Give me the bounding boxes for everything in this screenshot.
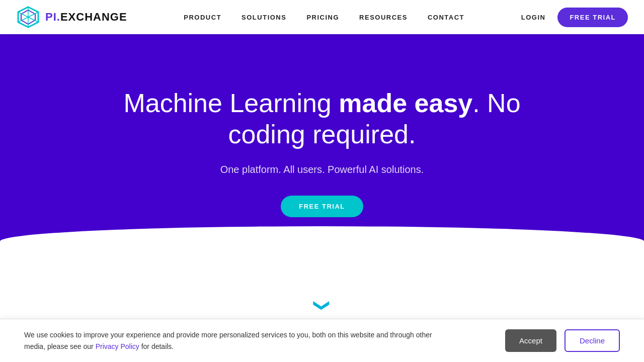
nav-links: PRODUCT SOLUTIONS PRICING RESOURCES CONT… (184, 14, 464, 21)
logo-icon (16, 5, 40, 29)
hero-subtitle: One platform. All users. Powerful AI sol… (220, 164, 424, 175)
navbar: PI.EXCHANGE PRODUCT SOLUTIONS PRICING RE… (0, 0, 644, 34)
logo-text: PI.EXCHANGE (45, 11, 127, 24)
nav-product[interactable]: PRODUCT (184, 14, 221, 21)
cookie-banner: We use cookies to improve your experienc… (0, 319, 644, 325)
login-link[interactable]: LOGIN (521, 14, 546, 21)
hero-title: Machine Learning made easy. No coding re… (96, 87, 548, 150)
nav-resources[interactable]: RESOURCES (359, 14, 408, 21)
free-trial-nav-button[interactable]: FREE TRIAL (557, 8, 628, 27)
free-trial-hero-button[interactable]: FREE TRIAL (281, 196, 363, 217)
nav-contact[interactable]: CONTACT (428, 14, 464, 21)
navbar-right: LOGIN FREE TRIAL (521, 8, 628, 27)
scroll-down-chevron[interactable]: ❯ (312, 299, 332, 312)
hero-section: Machine Learning made easy. No coding re… (0, 34, 644, 281)
nav-solutions[interactable]: SOLUTIONS (242, 14, 286, 21)
nav-pricing[interactable]: PRICING (306, 14, 339, 21)
logo-area: PI.EXCHANGE (16, 5, 127, 29)
below-hero: ❯ (0, 281, 644, 325)
